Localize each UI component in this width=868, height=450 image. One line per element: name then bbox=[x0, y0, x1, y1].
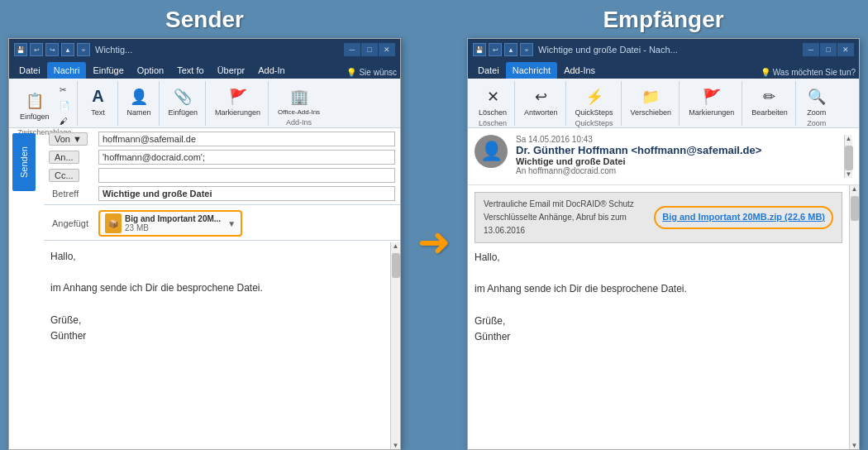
betreff-label: Betreff bbox=[49, 189, 98, 199]
header-scroll-up[interactable]: ▲ bbox=[846, 135, 852, 142]
recv-antworten-btns: ↩ Antworten bbox=[520, 83, 562, 119]
maximize-btn[interactable]: □ bbox=[361, 43, 378, 56]
recv-bearbeiten-btn[interactable]: ✏ Bearbeiten bbox=[747, 83, 792, 119]
body-line-2: im Anhang sende ich Dir die besprochene … bbox=[50, 280, 384, 296]
zwischenablage-btns: 📋 Einfügen ✂ 📄 🖌 bbox=[16, 83, 74, 128]
recv-ribbon-search[interactable]: 💡 Was möchten Sie tun? bbox=[761, 68, 856, 79]
recv-window-controls: ─ □ ✕ bbox=[803, 43, 854, 56]
body-scroll-up[interactable]: ▲ bbox=[851, 185, 858, 193]
recv-up-icon[interactable]: ▲ bbox=[504, 43, 517, 56]
recv-more-icon[interactable]: » bbox=[520, 43, 533, 56]
tab-nachricht[interactable]: Nachri bbox=[47, 62, 87, 79]
header-scrollbar[interactable]: ▲ ▼ bbox=[844, 135, 852, 178]
recv-quicksteps-btn[interactable]: ⚡ QuickSteps bbox=[571, 83, 618, 119]
recv-loeschen-btn[interactable]: ✕ Löschen bbox=[475, 83, 511, 119]
minimize-btn[interactable]: ─ bbox=[344, 43, 360, 56]
einfuegen-btn[interactable]: 📋 Einfügen bbox=[16, 87, 54, 123]
docraid-box: Vertrauliche Email mit DocRAID® Schutz V… bbox=[475, 192, 842, 243]
recv-minimize-btn[interactable]: ─ bbox=[803, 43, 819, 56]
recv-verschieben-btns: 📁 Verschieben bbox=[627, 83, 676, 119]
addins-label: Office-Add-Ins bbox=[278, 108, 320, 116]
from-field[interactable] bbox=[98, 132, 395, 146]
to-field[interactable] bbox=[98, 150, 395, 165]
undo-icon[interactable]: ↩ bbox=[30, 43, 43, 56]
recv-undo-icon[interactable]: ↩ bbox=[489, 43, 502, 56]
betreff-field[interactable] bbox=[98, 186, 395, 201]
recv-group-loeschen: ✕ Löschen Löschen bbox=[471, 81, 515, 126]
recv-markierungen-btn[interactable]: 🚩 Markierungen bbox=[684, 83, 738, 119]
close-btn[interactable]: ✕ bbox=[379, 43, 395, 56]
recv-tab-datei[interactable]: Datei bbox=[471, 62, 506, 79]
tab-datei[interactable]: Datei bbox=[12, 62, 47, 79]
email-view: 👤 Sa 14.05.2016 10:43 Dr. Günther Hoffma… bbox=[468, 128, 859, 449]
title-bar-icons: 💾 ↩ ↪ ▲ » bbox=[14, 43, 90, 56]
header-scroll-thumb[interactable] bbox=[845, 146, 853, 170]
window-controls: ─ □ ✕ bbox=[344, 43, 395, 56]
attachment-dropdown-icon[interactable]: ▼ bbox=[227, 219, 236, 228]
recv-verschieben-btn[interactable]: 📁 Verschieben bbox=[627, 83, 676, 119]
office-addins-btn[interactable]: 🏢 Office-Add-Ins bbox=[274, 83, 324, 118]
body-scroll-down[interactable]: ▼ bbox=[851, 442, 858, 449]
recv-close-btn[interactable]: ✕ bbox=[837, 43, 854, 56]
text-btn[interactable]: A Text bbox=[83, 83, 114, 119]
reply-icon: ↩ bbox=[529, 85, 552, 108]
from-btn[interactable]: Von ▼ bbox=[49, 132, 88, 146]
recv-group-verschieben: 📁 Verschieben bbox=[623, 81, 680, 126]
namen-btns: 👤 Namen bbox=[123, 83, 155, 119]
email-header: 👤 Sa 14.05.2016 10:43 Dr. Günther Hoffma… bbox=[468, 128, 859, 185]
tab-addin[interactable]: Add-In bbox=[251, 62, 291, 79]
redo-icon[interactable]: ↪ bbox=[45, 43, 59, 56]
group-zwischenablage: 📋 Einfügen ✂ 📄 🖌 Zwischenablage bbox=[12, 81, 78, 126]
scroll-up-arrow[interactable]: ▲ bbox=[393, 242, 399, 250]
more-icon[interactable]: » bbox=[77, 43, 90, 56]
recv-zoom-btn[interactable]: 🔍 Zoom bbox=[801, 83, 832, 119]
recv-tab-addins[interactable]: Add-Ins bbox=[557, 62, 602, 79]
arrow-icon: ➜ bbox=[417, 218, 451, 265]
recv-antworten-btn[interactable]: ↩ Antworten bbox=[520, 83, 562, 119]
receiver-section: Empfänger 💾 ↩ ▲ » Wichtige und große Dat… bbox=[459, 0, 868, 450]
cc-label-container: Cc... bbox=[49, 169, 98, 182]
tab-option[interactable]: Option bbox=[131, 62, 170, 79]
flag-icon: 🚩 bbox=[227, 85, 250, 108]
ribbon-search[interactable]: 💡 Sie wünsc bbox=[346, 68, 397, 79]
recv-zoom-group-label: Zoom bbox=[807, 119, 826, 127]
tab-einfuege[interactable]: Einfüge bbox=[86, 62, 130, 79]
tab-ueberpr[interactable]: Überpr bbox=[211, 62, 252, 79]
body-scroll-thumb[interactable] bbox=[851, 196, 859, 221]
copy-btn[interactable]: 📄 bbox=[55, 98, 74, 112]
email-date: Sa 14.05.2016 10:43 bbox=[516, 135, 844, 144]
cut-btn[interactable]: ✂ bbox=[55, 83, 74, 97]
format-painter-btn[interactable]: 🖌 bbox=[55, 114, 74, 128]
cc-field[interactable] bbox=[98, 168, 395, 183]
recv-antworten-label: Antworten bbox=[524, 108, 558, 117]
window-title: Wichtig... bbox=[95, 45, 344, 55]
body-scrollbar[interactable]: ▲ ▼ bbox=[849, 185, 859, 449]
email-body[interactable]: Vertrauliche Email mit DocRAID® Schutz V… bbox=[468, 185, 849, 449]
compose-body[interactable]: Hallo, im Anhang sende ich Dir die bespr… bbox=[44, 242, 390, 449]
recv-save-icon[interactable]: 💾 bbox=[473, 43, 486, 56]
recv-markierungen-btns: 🚩 Markierungen bbox=[684, 83, 738, 119]
cc-btn[interactable]: Cc... bbox=[49, 169, 79, 182]
header-scroll-down[interactable]: ▼ bbox=[846, 170, 852, 178]
scroll-down-arrow[interactable]: ▼ bbox=[393, 442, 399, 449]
recv-ribbon-tabs: Datei Nachricht Add-Ins 💡 Was möchten Si… bbox=[468, 60, 859, 79]
recv-loeschen-group-label: Löschen bbox=[479, 119, 507, 127]
up-icon[interactable]: ▲ bbox=[61, 43, 74, 56]
recv-title-icons: 💾 ↩ ▲ » bbox=[473, 43, 533, 56]
markierungen-btn[interactable]: 🚩 Markierungen bbox=[211, 83, 265, 119]
attachment-name: Big and Important 20M... bbox=[125, 214, 221, 223]
markierungen-btns: 🚩 Markierungen bbox=[211, 83, 265, 119]
recv-quicksteps-label: QuickSteps bbox=[575, 108, 613, 117]
save-icon[interactable]: 💾 bbox=[14, 43, 27, 56]
to-btn[interactable]: An... bbox=[49, 151, 79, 164]
namen-btn[interactable]: 👤 Namen bbox=[123, 83, 155, 119]
einfuegen2-btn[interactable]: 📎 Einfügen bbox=[165, 83, 203, 119]
docraid-link[interactable]: Big and Important 20MB.zip (22,6 MB) bbox=[654, 206, 833, 229]
attachment-chip[interactable]: 📦 Big and Important 20M... 23 MB ▼ bbox=[98, 210, 242, 237]
recv-maximize-btn[interactable]: □ bbox=[820, 43, 837, 56]
recv-tab-nachricht[interactable]: Nachricht bbox=[506, 62, 557, 79]
tab-textfo[interactable]: Text fo bbox=[170, 62, 210, 79]
compose-scrollbar[interactable]: ▲ ▼ bbox=[390, 242, 400, 449]
senden-button[interactable]: Senden bbox=[12, 133, 36, 191]
scroll-thumb[interactable] bbox=[392, 253, 400, 278]
